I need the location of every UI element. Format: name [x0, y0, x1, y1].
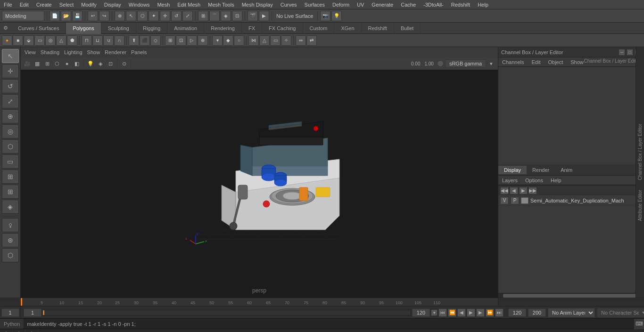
combine-btn[interactable]: ⊓: [82, 35, 92, 46]
obj-paint-btn[interactable]: ⬡: [2, 248, 19, 262]
panel-minimize-btn[interactable]: ─: [619, 49, 625, 56]
menu-modify[interactable]: Modify: [77, 1, 100, 8]
point-btn[interactable]: ⊞: [2, 185, 19, 199]
tab-anim[interactable]: Anim: [555, 166, 578, 174]
range-options-btn[interactable]: ▾: [431, 309, 438, 316]
tab-redshift[interactable]: Redshift: [362, 23, 394, 34]
move-tool-btn[interactable]: ✛: [2, 64, 19, 78]
playback-prev-frame-btn[interactable]: ◀: [457, 308, 466, 317]
slide-edge-btn[interactable]: ▷: [187, 35, 197, 46]
vp-cs-settings-btn[interactable]: ▾: [487, 59, 496, 68]
render-btn[interactable]: 🎬: [248, 11, 258, 21]
bevel-btn[interactable]: ◇: [150, 35, 161, 46]
attribute-editor-side-tab[interactable]: Attribute Editor: [637, 190, 643, 221]
transform-btn[interactable]: ⊕: [115, 11, 125, 21]
redo-btn[interactable]: ↪: [99, 11, 109, 21]
tab-animation[interactable]: Animation: [167, 23, 204, 34]
vp-smooth-btn[interactable]: ●: [62, 59, 72, 68]
menu-edit-mesh[interactable]: Edit Mesh: [173, 1, 204, 8]
viewport-canvas[interactable]: x y z persp: [21, 70, 498, 298]
layers-menu-layers[interactable]: Layers: [498, 177, 521, 184]
menu-mesh-tools[interactable]: Mesh Tools: [204, 1, 238, 8]
layers-nav-first[interactable]: ◀◀: [500, 187, 509, 194]
tab-fx[interactable]: FX: [242, 23, 262, 34]
vp-menu-shading[interactable]: Shading: [41, 49, 59, 55]
sym-btn[interactable]: ⇄: [306, 35, 317, 46]
marquee-tool-btn[interactable]: ▭: [2, 154, 19, 169]
light-btn[interactable]: 💡: [331, 11, 342, 21]
menu-cache[interactable]: Cache: [397, 1, 420, 8]
lasso-tool-btn[interactable]: ⬡: [2, 139, 19, 154]
quadrangulate-btn[interactable]: ▭: [270, 35, 281, 46]
max-frame-field[interactable]: [508, 308, 526, 317]
menu-display[interactable]: Display: [100, 1, 125, 8]
vp-menu-panels[interactable]: Panels: [131, 49, 147, 55]
rotate-tool-btn[interactable]: ↺: [2, 79, 19, 93]
layers-menu-options[interactable]: Options: [521, 177, 547, 184]
workspace-dropdown[interactable]: Modeling: [2, 11, 44, 21]
camera-btn[interactable]: 📷: [320, 11, 330, 21]
playback-start-btn[interactable]: ⏮: [438, 308, 447, 317]
triangulate-btn[interactable]: △: [259, 35, 270, 46]
menu-deform[interactable]: Deform: [329, 1, 353, 8]
layers-nav-next[interactable]: ▶: [519, 187, 528, 194]
vp-menu-view[interactable]: View: [25, 49, 36, 55]
tab-display[interactable]: Display: [498, 166, 527, 174]
grid-btn[interactable]: ⊞: [2, 170, 19, 184]
merge-btn[interactable]: ▾: [212, 35, 223, 46]
tab-custom[interactable]: Custom: [303, 23, 335, 34]
bridge-btn[interactable]: ⬛: [140, 35, 150, 46]
playback-next-frame-btn[interactable]: ▶: [476, 308, 485, 317]
vp-shaded-btn[interactable]: ◧: [72, 59, 82, 68]
snap-curve-btn[interactable]: ⌒: [209, 11, 220, 21]
menu-create[interactable]: Create: [33, 1, 56, 8]
open-file-btn[interactable]: 📂: [61, 11, 71, 21]
move-btn[interactable]: ✛: [160, 11, 170, 21]
select-btn[interactable]: ↖: [126, 11, 136, 21]
layers-scrollbar[interactable]: [498, 293, 644, 298]
vp-menu-show[interactable]: Show: [87, 49, 100, 55]
vp-color-space-dropdown[interactable]: sRGB gamma: [445, 59, 486, 68]
menu-help[interactable]: Help: [474, 1, 492, 8]
insert-loop-btn[interactable]: ⊞: [165, 35, 175, 46]
vp-wire-btn[interactable]: ⬡: [52, 59, 62, 68]
anim-layer-dropdown[interactable]: No Anim Layer: [548, 308, 595, 317]
layers-menu-help[interactable]: Help: [547, 177, 565, 184]
char-set-dropdown[interactable]: No Character Set: [597, 308, 644, 317]
lasso-btn[interactable]: ⬡: [137, 11, 148, 21]
tab-curves-surfaces[interactable]: Curves / Surfaces: [11, 23, 66, 34]
tab-bullet[interactable]: Bullet: [394, 23, 421, 34]
layers-scrollbar-thumb[interactable]: [503, 294, 639, 298]
tab-render[interactable]: Render: [527, 166, 555, 174]
soft-select-btn[interactable]: ◎: [2, 124, 19, 138]
tab-xgen[interactable]: XGen: [334, 23, 361, 34]
tab-settings-btn[interactable]: ⚙: [0, 23, 11, 34]
layers-nav-last[interactable]: ▶▶: [528, 187, 537, 194]
timeline-slider[interactable]: [42, 310, 411, 316]
select-tool-btn[interactable]: ↖: [2, 49, 19, 63]
undo-btn[interactable]: ↩: [88, 11, 98, 21]
vp-xray-btn[interactable]: ⊡: [106, 59, 115, 68]
snap-point-btn[interactable]: ◈: [221, 11, 231, 21]
panel-maximize-btn[interactable]: □: [627, 49, 633, 56]
ipr-btn[interactable]: ▶: [259, 11, 269, 21]
script-editor-btn[interactable]: ⌨: [634, 319, 644, 329]
tab-rigging[interactable]: Rigging: [136, 23, 167, 34]
offset-loop-btn[interactable]: ⊡: [176, 35, 186, 46]
tab-fx-caching[interactable]: FX Caching: [262, 23, 303, 34]
menu-surfaces[interactable]: Surfaces: [301, 1, 329, 8]
cmd-language-label[interactable]: Python: [0, 319, 24, 329]
menu-generate[interactable]: Generate: [368, 1, 397, 8]
poly-plane-btn[interactable]: ▭: [34, 35, 45, 46]
cleanup-btn[interactable]: ✧: [281, 35, 291, 46]
fill-hole-btn[interactable]: ○: [234, 35, 244, 46]
menu-select[interactable]: Select: [56, 1, 78, 8]
cb-menu-edit[interactable]: Edit: [528, 58, 544, 66]
menu-file[interactable]: File: [0, 1, 16, 8]
measure-btn[interactable]: ◈: [2, 200, 19, 214]
snap-view-btn[interactable]: ⊡: [232, 11, 242, 21]
poly-disk-btn[interactable]: ⬟: [67, 35, 77, 46]
extrude-btn[interactable]: ⬆: [129, 35, 139, 46]
menu-mesh-display[interactable]: Mesh Display: [238, 1, 277, 8]
channel-box-side-tab[interactable]: Channel Box / Layer Editor: [637, 124, 643, 180]
